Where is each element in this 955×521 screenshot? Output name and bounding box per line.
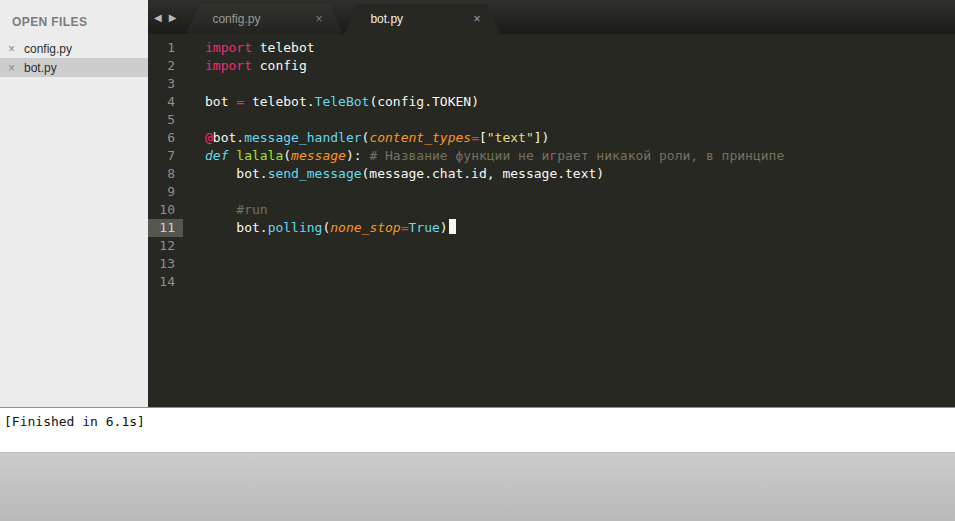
line-number: 14 bbox=[148, 273, 183, 291]
code-line[interactable]: 13 bbox=[148, 255, 955, 273]
line-number: 8 bbox=[148, 165, 183, 183]
sidebar: OPEN FILES ×config.py×bot.py bbox=[0, 0, 148, 407]
line-number: 2 bbox=[148, 57, 183, 75]
line-number: 5 bbox=[148, 111, 183, 129]
code-line[interactable]: 12 bbox=[148, 237, 955, 255]
code-line[interactable]: 4bot = telebot.TeleBot(config.TOKEN) bbox=[148, 93, 955, 111]
line-number: 3 bbox=[148, 75, 183, 93]
tab-bot.py[interactable]: bot.py× bbox=[344, 4, 500, 34]
line-number: 9 bbox=[148, 183, 183, 201]
close-file-icon[interactable]: × bbox=[8, 62, 22, 74]
line-number: 6 bbox=[148, 129, 183, 147]
tab-scroll-left-icon[interactable]: ◀ bbox=[154, 12, 162, 23]
code-line[interactable]: 7def lalala(message): # Название функции… bbox=[148, 147, 955, 165]
open-files-list: ×config.py×bot.py bbox=[0, 39, 148, 77]
code-line[interactable]: 11 bot.polling(none_stop=True) bbox=[148, 219, 955, 237]
text-cursor bbox=[449, 219, 456, 234]
line-number: 1 bbox=[148, 39, 183, 57]
tab-nav-arrows: ◀ ▶ bbox=[148, 12, 186, 23]
file-name: bot.py bbox=[22, 61, 57, 75]
line-number: 7 bbox=[148, 147, 183, 165]
code-line[interactable]: 3 bbox=[148, 75, 955, 93]
line-text: import telebot bbox=[183, 39, 315, 57]
file-name: config.py bbox=[22, 42, 72, 56]
line-text bbox=[183, 255, 205, 273]
tab-scroll-right-icon[interactable]: ▶ bbox=[169, 12, 177, 23]
build-output-panel: [Finished in 6.1s] bbox=[0, 407, 955, 521]
sidebar-file-config.py[interactable]: ×config.py bbox=[0, 39, 148, 58]
line-number: 10 bbox=[148, 201, 183, 219]
line-number: 11 bbox=[148, 219, 183, 237]
close-tab-icon[interactable]: × bbox=[473, 4, 480, 34]
line-text: bot.polling(none_stop=True) bbox=[183, 219, 456, 237]
line-text: @bot.message_handler(content_types=["tex… bbox=[183, 129, 549, 147]
code-line[interactable]: 10 #run bbox=[148, 201, 955, 219]
line-text bbox=[183, 273, 205, 291]
code-line[interactable]: 14 bbox=[148, 273, 955, 291]
open-files-header: OPEN FILES bbox=[0, 0, 148, 39]
line-text bbox=[183, 183, 205, 201]
line-text: bot.send_message(message.chat.id, messag… bbox=[183, 165, 604, 183]
line-number: 12 bbox=[148, 237, 183, 255]
line-text bbox=[183, 75, 205, 93]
code-line[interactable]: 6@bot.message_handler(content_types=["te… bbox=[148, 129, 955, 147]
line-text: #run bbox=[183, 201, 268, 219]
code-line[interactable]: 5 bbox=[148, 111, 955, 129]
line-text bbox=[183, 237, 205, 255]
line-text: bot = telebot.TeleBot(config.TOKEN) bbox=[183, 93, 479, 111]
editor-window: OPEN FILES ×config.py×bot.py ◀ ▶ config.… bbox=[0, 0, 955, 521]
line-text: import config bbox=[183, 57, 307, 75]
code-area[interactable]: 1import telebot2import config34bot = tel… bbox=[148, 34, 955, 407]
line-number: 13 bbox=[148, 255, 183, 273]
code-line[interactable]: 8 bot.send_message(message.chat.id, mess… bbox=[148, 165, 955, 183]
tab-label: config.py bbox=[212, 12, 260, 26]
close-file-icon[interactable]: × bbox=[8, 43, 22, 55]
tab-strip: config.py×bot.py× bbox=[186, 4, 502, 34]
tab-bar: ◀ ▶ config.py×bot.py× bbox=[148, 0, 955, 34]
tab-label: bot.py bbox=[370, 12, 403, 26]
editor-pane: ◀ ▶ config.py×bot.py× 1import telebot2im… bbox=[148, 0, 955, 407]
sidebar-file-bot.py[interactable]: ×bot.py bbox=[0, 58, 148, 77]
code-line[interactable]: 1import telebot bbox=[148, 39, 955, 57]
build-result-line: [Finished in 6.1s] bbox=[0, 407, 955, 453]
tab-config.py[interactable]: config.py× bbox=[186, 4, 342, 34]
line-number: 4 bbox=[148, 93, 183, 111]
code-line[interactable]: 2import config bbox=[148, 57, 955, 75]
line-text: def lalala(message): # Название функции … bbox=[183, 147, 784, 165]
code-line[interactable]: 9 bbox=[148, 183, 955, 201]
line-text bbox=[183, 111, 205, 129]
close-tab-icon[interactable]: × bbox=[315, 4, 322, 34]
